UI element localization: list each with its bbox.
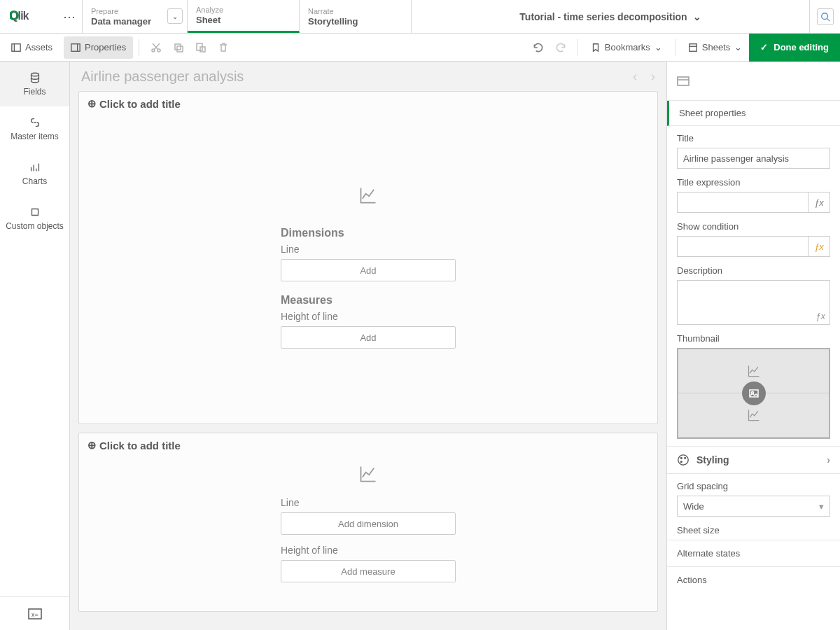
- title-label: Title: [677, 133, 830, 144]
- viz-body: Dimensions Line Add Measures Height of l…: [79, 115, 657, 424]
- description-input[interactable]: ƒx: [677, 280, 830, 325]
- svg-rect-13: [177, 46, 183, 52]
- title-expression-label: Title expression: [677, 177, 830, 188]
- properties-label: Properties: [85, 42, 126, 52]
- chevron-down-icon: ▾: [819, 501, 824, 512]
- add-dimension-button[interactable]: Add dimension: [281, 512, 456, 535]
- nav-tab-small: Narrate: [308, 6, 398, 16]
- nav-tab-big: Sheet: [196, 15, 286, 26]
- dimensions-heading: Dimensions: [281, 227, 456, 239]
- assets-panel: Fields Master items Charts Custom object…: [0, 62, 70, 630]
- nav-tab-small: Prepare: [91, 6, 174, 16]
- main-layout: Fields Master items Charts Custom object…: [0, 62, 840, 630]
- done-editing-button[interactable]: Done editing: [749, 34, 840, 62]
- viz-title-placeholder[interactable]: ⊕ Click to add title: [79, 92, 657, 115]
- variables-button[interactable]: x=: [0, 596, 69, 630]
- chevron-right-icon: ›: [827, 454, 830, 465]
- nav-tab-prepare[interactable]: Prepare Data manager ⌄: [83, 0, 188, 33]
- visualization-placeholder[interactable]: ⊕ Click to add title Line Add dimension …: [78, 433, 658, 612]
- puzzle-icon: [29, 206, 41, 218]
- bookmarks-dropdown[interactable]: Bookmarks ⌄: [584, 36, 669, 59]
- visualization-placeholder[interactable]: ⊕ Click to add title Dimensions Line Add…: [78, 91, 658, 424]
- panel-right-icon: [71, 43, 80, 52]
- grid-spacing-value: Wide: [683, 501, 704, 512]
- properties-toggle[interactable]: Properties: [64, 36, 133, 59]
- sheets-dropdown[interactable]: Sheets ⌄: [681, 36, 749, 59]
- variables-icon: x=: [28, 608, 42, 620]
- canvas-body[interactable]: ⊕ Click to add title Dimensions Line Add…: [70, 91, 666, 630]
- nav-tab-analyze[interactable]: Analyze Sheet: [188, 0, 300, 33]
- alternate-states-item[interactable]: Alternate states: [667, 540, 840, 566]
- next-sheet-icon[interactable]: ›: [651, 69, 655, 84]
- svg-text:x=: x=: [31, 611, 38, 618]
- fx-button[interactable]: ƒx: [808, 192, 830, 213]
- properties-header-label: Sheet properties: [679, 108, 746, 118]
- bar-chart-icon: [29, 161, 41, 174]
- measure-field-label: Height of line: [281, 545, 456, 556]
- sheet-thumbnail-icon[interactable]: [667, 62, 840, 101]
- search-button[interactable]: [809, 0, 840, 33]
- nav-tab-narrate[interactable]: Narrate Storytelling: [300, 0, 412, 33]
- separator: [139, 39, 139, 56]
- svg-point-30: [680, 457, 682, 458]
- delete-icon[interactable]: [212, 36, 234, 59]
- nav-tab-small: Analyze: [196, 5, 286, 15]
- assets-toggle[interactable]: Assets: [4, 36, 59, 59]
- title-expression-input[interactable]: [677, 192, 808, 213]
- show-condition-label: Show condition: [677, 221, 830, 232]
- separator: [675, 39, 676, 56]
- fx-icon[interactable]: ƒx: [816, 311, 825, 321]
- add-dimension-button[interactable]: Add: [281, 259, 456, 281]
- actions-label: Actions: [677, 575, 707, 585]
- dimension-field-label: Line: [281, 497, 456, 508]
- chevron-down-icon: ⌄: [693, 11, 701, 22]
- viz-body: Line Add dimension Height of line Add me…: [79, 457, 657, 611]
- svg-rect-6: [71, 43, 80, 51]
- viz-title-text: Click to add title: [99, 98, 181, 110]
- chevron-down-icon[interactable]: ⌄: [167, 8, 183, 24]
- assets-tab-custom-objects[interactable]: Custom objects: [0, 196, 69, 241]
- fx-button[interactable]: ƒx: [808, 236, 830, 257]
- properties-header: Sheet properties: [667, 101, 840, 126]
- redo-icon[interactable]: [550, 36, 572, 59]
- palette-icon: [677, 454, 690, 466]
- assets-tab-master-items[interactable]: Master items: [0, 106, 69, 151]
- top-nav: Qlik ⋯ Prepare Data manager ⌄ Analyze Sh…: [0, 0, 840, 34]
- sheet-canvas: Airline passenger analysis ‹ › ⊕ Click t…: [70, 62, 666, 630]
- qlik-logo[interactable]: Qlik: [0, 0, 56, 33]
- thumbnail-preview[interactable]: [677, 348, 830, 439]
- paste-icon[interactable]: [190, 36, 212, 59]
- copy-icon[interactable]: [167, 36, 190, 59]
- grid-spacing-select[interactable]: Wide ▾: [677, 496, 830, 517]
- assets-tab-charts[interactable]: Charts: [0, 151, 69, 196]
- prev-sheet-icon[interactable]: ‹: [633, 69, 637, 84]
- show-condition-input[interactable]: [677, 236, 808, 257]
- cut-icon[interactable]: [145, 36, 167, 59]
- chevron-down-icon: ⌄: [654, 42, 662, 52]
- done-label: Done editing: [774, 42, 829, 52]
- measures-heading: Measures: [281, 294, 456, 307]
- actions-item[interactable]: Actions: [667, 566, 840, 593]
- global-menu-icon[interactable]: ⋯: [56, 0, 83, 33]
- assets-tab-fields[interactable]: Fields: [0, 62, 69, 106]
- add-measure-button[interactable]: Add measure: [281, 560, 456, 582]
- image-upload-icon[interactable]: [742, 382, 766, 405]
- app-title-dropdown[interactable]: Tutorial - time series decomposition ⌄: [412, 0, 809, 33]
- properties-body[interactable]: Title Title expression ƒx Show condition…: [667, 126, 840, 630]
- add-measure-button[interactable]: Add: [281, 326, 456, 349]
- svg-rect-4: [12, 43, 20, 51]
- svg-point-2: [821, 13, 827, 19]
- canvas-header: Airline passenger analysis ‹ ›: [70, 62, 666, 91]
- viz-title-placeholder[interactable]: ⊕ Click to add title: [79, 433, 657, 457]
- undo-icon[interactable]: [527, 36, 550, 59]
- search-icon: [817, 8, 834, 25]
- assets-tab-label: Custom objects: [6, 221, 64, 231]
- sheet-size-label: Sheet size: [677, 525, 830, 536]
- title-input[interactable]: [677, 148, 830, 169]
- properties-panel: Sheet properties Title Title expression …: [666, 62, 840, 630]
- styling-accordion[interactable]: Styling ›: [667, 446, 840, 474]
- styling-label: Styling: [696, 454, 729, 465]
- svg-point-32: [680, 461, 682, 463]
- svg-rect-25: [678, 77, 689, 85]
- alternate-states-label: Alternate states: [677, 548, 740, 559]
